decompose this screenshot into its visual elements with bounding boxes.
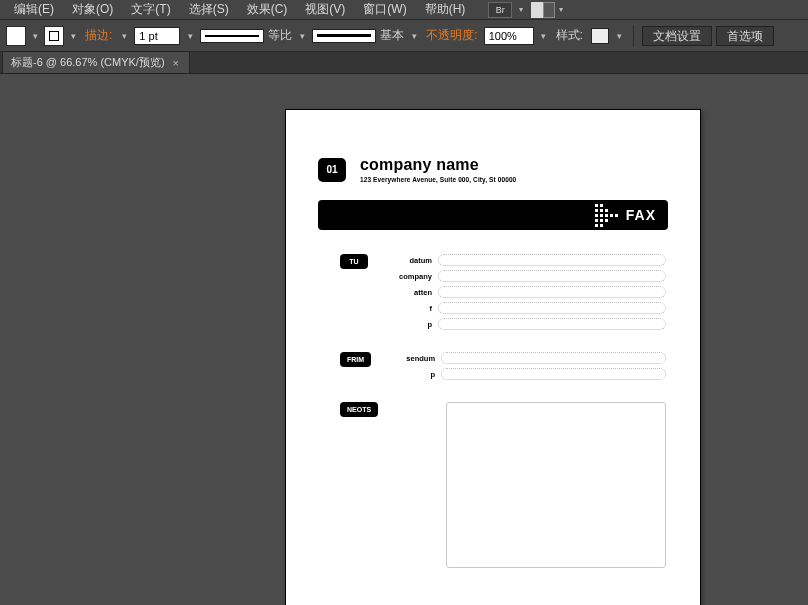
field-line: [441, 368, 666, 380]
menu-window[interactable]: 窗口(W): [355, 0, 414, 20]
stroke-profile-preview[interactable]: [200, 29, 264, 43]
field-label: sendum: [385, 354, 435, 363]
field-line: [438, 286, 666, 298]
menu-select[interactable]: 选择(S): [181, 0, 237, 20]
field-line: [438, 318, 666, 330]
opacity-input[interactable]: 100%: [484, 27, 534, 45]
brush-label: 基本: [380, 27, 404, 44]
field-label: datum: [382, 256, 432, 265]
document-setup-button[interactable]: 文档设置: [642, 26, 712, 46]
styles-label: 样式:: [556, 27, 583, 44]
brush-preview[interactable]: [312, 29, 376, 43]
chevron-down-icon: ▾: [559, 5, 563, 14]
stroke-weight-input[interactable]: 1 pt: [134, 27, 180, 45]
workspace-switcher[interactable]: [531, 2, 555, 18]
graphic-style-dropdown[interactable]: [613, 27, 625, 45]
chevron-down-icon: ▾: [519, 5, 523, 14]
to-section: TU datum company atten f p: [340, 254, 666, 334]
bridge-button[interactable]: Br: [488, 2, 512, 18]
document-tab[interactable]: 标题-6 @ 66.67% (CMYK/预览) ×: [2, 51, 190, 73]
stroke-weight-dropdown[interactable]: [184, 27, 196, 45]
field-line: [438, 270, 666, 282]
menu-view[interactable]: 视图(V): [297, 0, 353, 20]
field-label: company: [382, 272, 432, 281]
company-name: company name: [360, 156, 516, 174]
brush-section: 基本: [312, 27, 420, 45]
preferences-button[interactable]: 首选项: [716, 26, 774, 46]
to-tag: TU: [340, 254, 368, 269]
opacity-dropdown[interactable]: [538, 27, 550, 45]
menu-effect[interactable]: 效果(C): [239, 0, 296, 20]
stroke-weight-stepper[interactable]: [118, 27, 130, 45]
stroke-profile-section: 等比: [200, 27, 308, 45]
stroke-profile-dropdown[interactable]: [296, 27, 308, 45]
field-label: p: [382, 320, 432, 329]
tab-close-icon[interactable]: ×: [173, 57, 179, 69]
stroke-profile-label: 等比: [268, 27, 292, 44]
menu-bar: 编辑(E) 对象(O) 文字(T) 选择(S) 效果(C) 视图(V) 窗口(W…: [0, 0, 808, 20]
field-line: [441, 352, 666, 364]
notes-tag: NEOTS: [340, 402, 378, 417]
field-line: [438, 254, 666, 266]
fill-stroke-swatches: [6, 26, 79, 46]
document-tab-bar: 标题-6 @ 66.67% (CMYK/预览) ×: [0, 52, 808, 74]
fax-form: TU datum company atten f p FRIM sendum p: [340, 254, 666, 586]
fax-title-bar: FAX: [318, 200, 668, 230]
field-line: [438, 302, 666, 314]
letterhead: 01 company name 123 Everywhere Avenue, S…: [318, 156, 516, 183]
control-bar: 描边: 1 pt 等比 基本 不透明度: 100% 样式: 文档设置 首选项: [0, 20, 808, 52]
canvas[interactable]: 01 company name 123 Everywhere Avenue, S…: [0, 74, 808, 605]
notes-section: NEOTS: [340, 402, 666, 568]
company-address: 123 Everywhere Avenue, Suite 000, City, …: [360, 176, 516, 183]
menu-edit[interactable]: 编辑(E): [6, 0, 62, 20]
menu-help[interactable]: 帮助(H): [417, 0, 474, 20]
fill-dropdown[interactable]: [29, 27, 41, 45]
artboard[interactable]: 01 company name 123 Everywhere Avenue, S…: [286, 110, 700, 605]
fax-label: FAX: [626, 207, 656, 223]
from-tag: FRIM: [340, 352, 371, 367]
field-label: atten: [382, 288, 432, 297]
from-section: FRIM sendum p: [340, 352, 666, 384]
field-label: p: [385, 370, 435, 379]
arrow-icon: [595, 204, 618, 227]
stroke-swatch[interactable]: [44, 26, 64, 46]
fill-swatch[interactable]: [6, 26, 26, 46]
fax-template: 01 company name 123 Everywhere Avenue, S…: [286, 110, 700, 605]
stroke-label: 描边:: [85, 27, 112, 44]
menu-text[interactable]: 文字(T): [123, 0, 178, 20]
template-number-badge: 01: [318, 158, 346, 182]
document-tab-title: 标题-6 @ 66.67% (CMYK/预览): [11, 55, 165, 70]
stroke-dropdown[interactable]: [67, 27, 79, 45]
brush-dropdown[interactable]: [408, 27, 420, 45]
graphic-style-swatch[interactable]: [591, 28, 609, 44]
menu-object[interactable]: 对象(O): [64, 0, 121, 20]
field-label: f: [382, 304, 432, 313]
separator: [633, 25, 634, 47]
opacity-label: 不透明度:: [426, 27, 477, 44]
notes-box: [446, 402, 666, 568]
